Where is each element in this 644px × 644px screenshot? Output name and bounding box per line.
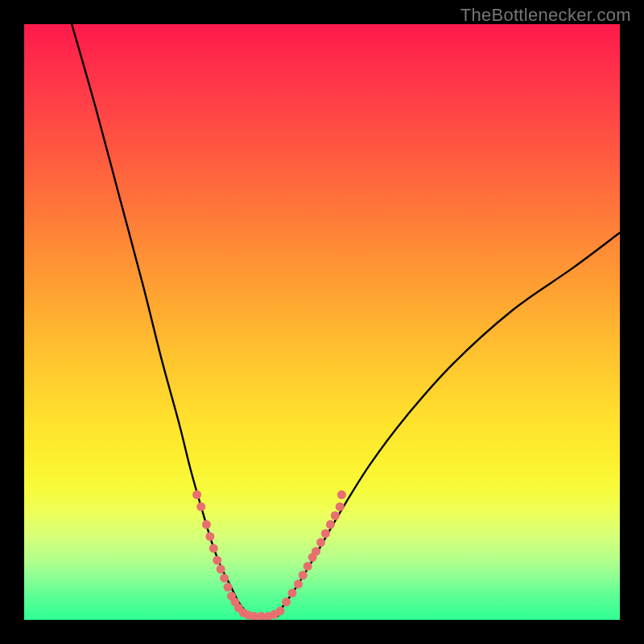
sample-dot: [326, 520, 335, 529]
sample-dot: [220, 574, 229, 583]
bottleneck-curve: [72, 24, 620, 617]
sample-dot: [336, 502, 345, 511]
sample-dot: [276, 606, 285, 615]
sample-dot: [303, 562, 312, 571]
sample-dot: [282, 597, 291, 606]
sample-dot: [192, 490, 201, 499]
sample-dot: [299, 571, 308, 580]
sample-dot: [316, 538, 325, 547]
sample-dot: [209, 544, 218, 553]
plot-area: [24, 24, 620, 620]
sample-dot: [321, 529, 330, 538]
sample-dot: [202, 520, 211, 529]
sample-dot: [224, 583, 233, 592]
sample-dot: [217, 565, 225, 574]
sample-dot: [331, 511, 340, 520]
sample-dot: [312, 547, 320, 555]
watermark-text: TheBottlenecker.com: [460, 5, 631, 26]
sample-dot: [294, 580, 303, 588]
curve-layer: [24, 24, 620, 620]
sample-dot: [196, 502, 205, 511]
sample-dot: [213, 556, 221, 565]
chart-container: TheBottlenecker.com: [0, 0, 644, 644]
sample-dot: [288, 588, 297, 597]
sample-dot: [205, 532, 214, 541]
sample-dot: [337, 490, 346, 499]
